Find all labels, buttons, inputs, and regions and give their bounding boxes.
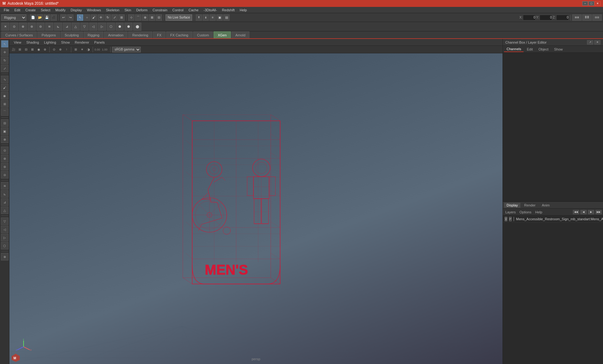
vp-tb-grid[interactable]: ⊞ bbox=[73, 47, 79, 52]
shelf-tool-13[interactable]: ⬡ bbox=[107, 23, 115, 31]
cb-tab-channels[interactable]: Channels bbox=[504, 46, 524, 52]
snap-grid-button[interactable]: ⊹ bbox=[128, 14, 134, 21]
xgen-tool-12[interactable]: ⬡ bbox=[1, 242, 8, 249]
vp-tb-shadows[interactable]: ◑ bbox=[85, 47, 91, 52]
menu-help[interactable]: Help bbox=[237, 8, 249, 13]
tab-fx[interactable]: FX bbox=[153, 31, 166, 38]
le-tab-anim[interactable]: Anim bbox=[539, 203, 552, 208]
paint-select-button[interactable]: 🖌 bbox=[91, 14, 97, 21]
vp-tb-lights[interactable]: ☀ bbox=[79, 47, 85, 52]
le-nav-btn-2[interactable]: ◀ bbox=[580, 210, 587, 214]
save-scene-button[interactable]: 💾 bbox=[44, 14, 50, 21]
render-sequence-button[interactable]: ▤ bbox=[223, 14, 230, 21]
close-button[interactable]: ✕ bbox=[595, 1, 600, 6]
tab-custom[interactable]: Custom bbox=[193, 31, 213, 38]
xgen-tool-8[interactable]: △ bbox=[1, 206, 8, 214]
le-nav-btn-3[interactable]: ▶ bbox=[588, 210, 594, 214]
select-tool-button[interactable]: ↖ bbox=[77, 14, 83, 21]
vp-tb-xray[interactable]: ⊕ bbox=[57, 47, 63, 52]
shelf-button[interactable]: ⊟⊟ bbox=[592, 14, 602, 21]
shelf-tool-3[interactable]: ⊛ bbox=[19, 23, 27, 31]
tab-sculpting[interactable]: Sculpting bbox=[61, 31, 83, 38]
menu-deform[interactable]: Deform bbox=[134, 8, 150, 13]
layer-proxy-toggle[interactable]: P bbox=[509, 217, 512, 221]
xgen-tool-1[interactable]: ⊙ bbox=[1, 147, 8, 154]
menu-constrain[interactable]: Constrain bbox=[150, 8, 170, 13]
menu-create[interactable]: Create bbox=[23, 8, 38, 13]
undo-button[interactable]: ↩ bbox=[60, 14, 67, 21]
le-tab-display[interactable]: Display bbox=[504, 203, 520, 208]
le-nav-btn-1[interactable]: ◀◀ bbox=[573, 210, 579, 214]
render-layers-lt[interactable]: ▣ bbox=[1, 127, 8, 135]
paint-tool[interactable]: 🖌 bbox=[1, 84, 8, 91]
vp-tb-cam[interactable]: 🎥 bbox=[11, 47, 16, 52]
misc-tool-1[interactable]: ⊕ bbox=[1, 253, 8, 260]
le-ctrl-help[interactable]: Help bbox=[534, 210, 544, 214]
open-scene-button[interactable]: 📂 bbox=[37, 14, 43, 21]
lasso-tool-button[interactable]: ○ bbox=[84, 14, 90, 21]
tab-animation[interactable]: Animation bbox=[104, 31, 128, 38]
snap-point-button[interactable]: ⊕ bbox=[142, 14, 148, 21]
mode-dropdown[interactable]: Rigging bbox=[1, 14, 26, 21]
minimize-button[interactable]: − bbox=[582, 1, 588, 6]
le-tab-render[interactable]: Render bbox=[522, 203, 538, 208]
menu-display[interactable]: Display bbox=[68, 8, 84, 13]
select-tool[interactable]: ↖ bbox=[1, 40, 8, 48]
xgen-tool-2[interactable]: ⊛ bbox=[1, 155, 8, 162]
move-tool-button[interactable]: ✛ bbox=[98, 14, 104, 21]
shelf-tool-12[interactable]: ▷ bbox=[98, 23, 106, 31]
render-globals-lt[interactable]: ⊕ bbox=[1, 136, 8, 143]
vp-tb-smooth[interactable]: ⊛ bbox=[42, 47, 48, 52]
render-current-button[interactable]: ▣ bbox=[216, 14, 223, 21]
shelf-tool-1[interactable]: ✕ bbox=[1, 23, 9, 31]
tab-arnold[interactable]: Arnold bbox=[231, 31, 250, 38]
xgen-tool-9[interactable]: ▽ bbox=[1, 217, 8, 225]
snap-surface-button[interactable]: ⊠ bbox=[149, 14, 155, 21]
xgen-tool-4[interactable]: ⊝ bbox=[1, 171, 8, 179]
new-scene-button[interactable]: 📄 bbox=[30, 14, 36, 21]
shelf-tool-15[interactable]: ⬣ bbox=[124, 23, 133, 31]
tab-fx-caching[interactable]: FX Caching bbox=[166, 31, 192, 38]
menu-redshift[interactable]: Redshift bbox=[220, 8, 237, 13]
viewport-menu-show[interactable]: Show bbox=[59, 40, 73, 45]
y-field[interactable] bbox=[540, 15, 552, 20]
menu-cache[interactable]: Cache bbox=[186, 8, 201, 13]
redo-button[interactable]: ↪ bbox=[67, 14, 73, 21]
shelf-tool-14[interactable]: ⬢ bbox=[116, 23, 124, 31]
move-tool-lt[interactable]: ✛ bbox=[1, 48, 8, 56]
cb-tab-edit[interactable]: Edit bbox=[524, 47, 535, 52]
z-field[interactable] bbox=[556, 15, 569, 20]
snap-curve-button[interactable]: ⌒ bbox=[135, 14, 141, 21]
viewport-menu-view[interactable]: View bbox=[11, 40, 24, 45]
shelf-tool-2[interactable]: ⊙ bbox=[10, 23, 18, 31]
tab-xgen[interactable]: XGen bbox=[214, 31, 231, 38]
le-nav-btn-4[interactable]: ▶▶ bbox=[595, 210, 602, 214]
xgen-tool-6[interactable]: ⊾ bbox=[1, 190, 8, 198]
bend-tool[interactable]: ⌒ bbox=[1, 108, 8, 116]
menu-control[interactable]: Control bbox=[170, 8, 186, 13]
sculpt-tool-lt[interactable]: ◉ bbox=[1, 92, 8, 99]
cb-tab-show[interactable]: Show bbox=[551, 47, 565, 52]
menu-skin[interactable]: Skin bbox=[122, 8, 133, 13]
display-layers[interactable]: ⊟ bbox=[1, 119, 8, 127]
viewport-menu-lighting[interactable]: Lighting bbox=[41, 40, 59, 45]
viewport-menu-panels[interactable]: Panels bbox=[92, 40, 107, 45]
le-ctrl-options[interactable]: Options bbox=[518, 210, 533, 214]
input-connections-button[interactable]: ↟ bbox=[196, 14, 202, 21]
shelf-tool-6[interactable]: ≋ bbox=[45, 23, 53, 31]
shelf-tool-7[interactable]: ⊾ bbox=[54, 23, 62, 31]
shelf-tool-8[interactable]: ⊿ bbox=[63, 23, 71, 31]
shelf-tool-4[interactable]: ⊜ bbox=[28, 23, 36, 31]
menu-windows[interactable]: Windows bbox=[84, 8, 104, 13]
lattice-tool[interactable]: ⊞ bbox=[1, 100, 8, 108]
menu-skeleton[interactable]: Skeleton bbox=[103, 8, 122, 13]
tab-rendering[interactable]: Rendering bbox=[128, 31, 152, 38]
attr-editor-button[interactable]: ≡ bbox=[209, 14, 216, 21]
le-ctrl-layers[interactable]: Layers bbox=[504, 210, 517, 214]
rotate-tool-lt[interactable]: ↻ bbox=[1, 56, 8, 64]
curve-tool[interactable]: ∿ bbox=[1, 76, 8, 83]
tab-curves-surfaces[interactable]: Curves / Surfaces bbox=[1, 31, 37, 38]
xgen-tool-10[interactable]: ◁ bbox=[1, 226, 8, 233]
shelf-tool-16[interactable]: ⬤ bbox=[133, 23, 141, 31]
shelf-tool-10[interactable]: ▽ bbox=[80, 23, 89, 31]
